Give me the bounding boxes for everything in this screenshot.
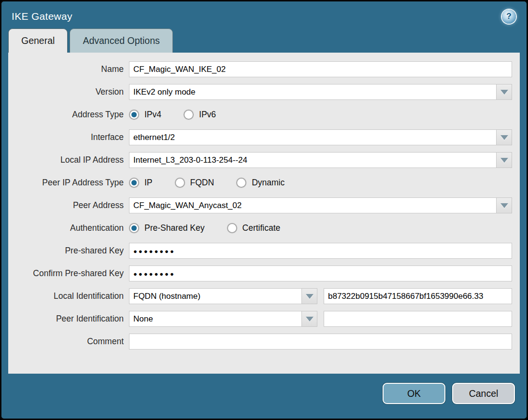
peer-ip-type-option-ip[interactable]: IP bbox=[129, 178, 153, 188]
interface-label: Interface bbox=[8, 132, 129, 142]
radio-pre-shared-key-icon[interactable] bbox=[129, 223, 139, 233]
pre-shared-key-input[interactable] bbox=[129, 243, 512, 259]
address-type-label: Address Type bbox=[8, 110, 129, 120]
local-identification-dropdown-button[interactable] bbox=[301, 288, 317, 304]
name-label: Name bbox=[8, 64, 129, 74]
ip-option-label: IP bbox=[144, 178, 153, 188]
dialog-title: IKE Gateway bbox=[12, 11, 72, 22]
local-ip-address-label: Local IP Address bbox=[8, 155, 129, 165]
local-identification-label: Local Identification bbox=[8, 291, 129, 301]
certificate-option-label: Certificate bbox=[243, 223, 281, 233]
version-select[interactable] bbox=[129, 84, 496, 100]
peer-identification-type-select[interactable] bbox=[129, 311, 301, 327]
row-peer-identification: Peer Identification bbox=[8, 311, 512, 327]
chevron-down-icon bbox=[500, 203, 508, 208]
row-interface: Interface bbox=[8, 129, 512, 145]
authentication-option-certificate[interactable]: Certificate bbox=[227, 223, 281, 233]
version-dropdown-button[interactable] bbox=[496, 84, 512, 100]
dynamic-option-label: Dynamic bbox=[252, 178, 285, 188]
name-input[interactable] bbox=[129, 61, 512, 77]
authentication-label: Authentication bbox=[8, 223, 129, 233]
address-type-option-ipv4[interactable]: IPv4 bbox=[129, 110, 161, 120]
peer-ip-type-option-dynamic[interactable]: Dynamic bbox=[236, 178, 285, 188]
peer-identification-label: Peer Identification bbox=[8, 314, 129, 324]
fqdn-option-label: FQDN bbox=[190, 178, 214, 188]
local-identification-value-input[interactable] bbox=[324, 288, 512, 304]
radio-ipv6-icon[interactable] bbox=[184, 110, 194, 120]
local-ip-address-dropdown-button[interactable] bbox=[496, 152, 512, 168]
comment-input[interactable] bbox=[129, 334, 512, 350]
chevron-down-icon bbox=[500, 90, 508, 95]
peer-address-label: Peer Address bbox=[8, 200, 129, 210]
radio-certificate-icon[interactable] bbox=[227, 223, 237, 233]
peer-identification-value-input[interactable] bbox=[324, 311, 512, 327]
chevron-down-icon bbox=[500, 158, 508, 163]
dialog-footer: OK Cancel bbox=[1, 374, 527, 404]
row-peer-address: Peer Address bbox=[8, 197, 512, 213]
row-peer-ip-address-type: Peer IP Address Type IP FQDN Dynamic bbox=[8, 175, 512, 191]
title-bar: IKE Gateway ? bbox=[1, 1, 527, 28]
pre-shared-key-label: Pre-shared Key bbox=[8, 246, 129, 256]
row-pre-shared-key: Pre-shared Key bbox=[8, 243, 512, 259]
peer-address-dropdown-button[interactable] bbox=[496, 197, 512, 213]
authentication-option-psk[interactable]: Pre-Shared Key bbox=[129, 223, 205, 233]
interface-select[interactable] bbox=[129, 129, 496, 145]
comment-label: Comment bbox=[8, 336, 129, 347]
tab-advanced-options[interactable]: Advanced Options bbox=[70, 28, 172, 53]
ike-gateway-dialog: IKE Gateway ? General Advanced Options N… bbox=[0, 0, 528, 420]
radio-dynamic-icon[interactable] bbox=[236, 178, 246, 188]
row-local-identification: Local Identification bbox=[8, 288, 512, 304]
row-authentication: Authentication Pre-Shared Key Certificat… bbox=[8, 220, 512, 236]
peer-ip-address-type-label: Peer IP Address Type bbox=[8, 178, 129, 188]
row-address-type: Address Type IPv4 IPv6 bbox=[8, 107, 512, 123]
peer-address-select[interactable] bbox=[129, 197, 496, 213]
chevron-down-icon bbox=[306, 294, 314, 299]
cancel-button[interactable]: Cancel bbox=[452, 383, 515, 404]
ipv4-option-label: IPv4 bbox=[144, 110, 161, 120]
chevron-down-icon bbox=[500, 135, 508, 140]
interface-dropdown-button[interactable] bbox=[496, 129, 512, 145]
address-type-option-ipv6[interactable]: IPv6 bbox=[184, 110, 216, 120]
local-ip-address-select[interactable] bbox=[129, 152, 496, 168]
confirm-pre-shared-key-label: Confirm Pre-shared Key bbox=[8, 268, 129, 279]
version-label: Version bbox=[8, 87, 129, 97]
row-local-ip-address: Local IP Address bbox=[8, 152, 512, 168]
peer-identification-dropdown-button[interactable] bbox=[301, 311, 317, 327]
radio-fqdn-icon[interactable] bbox=[175, 178, 185, 188]
row-confirm-pre-shared-key: Confirm Pre-shared Key bbox=[8, 266, 512, 281]
radio-ip-icon[interactable] bbox=[129, 178, 139, 188]
chevron-down-icon bbox=[306, 317, 314, 322]
tab-bar: General Advanced Options bbox=[1, 28, 527, 53]
row-version: Version bbox=[8, 84, 512, 100]
tab-general[interactable]: General bbox=[8, 28, 68, 53]
peer-ip-type-option-fqdn[interactable]: FQDN bbox=[175, 178, 214, 188]
psk-option-label: Pre-Shared Key bbox=[144, 223, 205, 233]
row-name: Name bbox=[8, 61, 512, 77]
help-icon[interactable]: ? bbox=[502, 10, 516, 24]
general-tab-panel: Name Version Address Type IPv4 bbox=[8, 53, 520, 374]
row-comment: Comment bbox=[8, 334, 512, 350]
confirm-pre-shared-key-input[interactable] bbox=[129, 266, 512, 281]
radio-ipv4-icon[interactable] bbox=[129, 110, 139, 120]
local-identification-type-select[interactable] bbox=[129, 288, 301, 304]
ipv6-option-label: IPv6 bbox=[199, 110, 216, 120]
ok-button[interactable]: OK bbox=[383, 383, 445, 404]
